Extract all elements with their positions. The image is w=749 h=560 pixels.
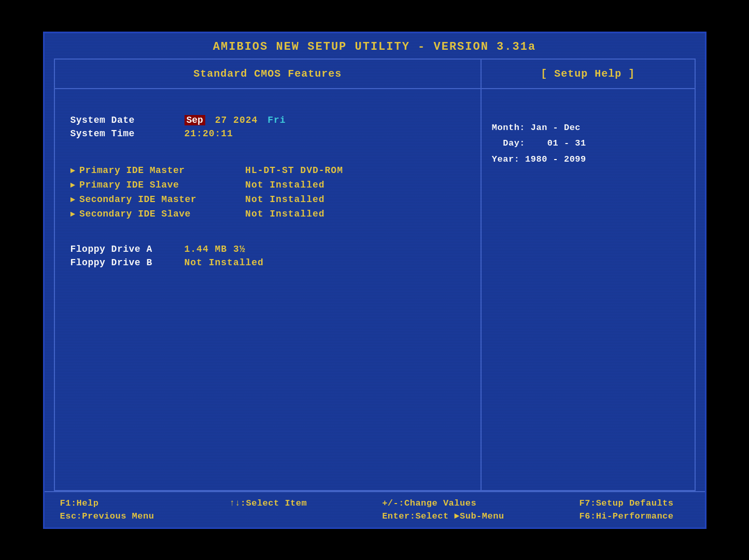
primary-ide-slave-label: Primary IDE Slave	[79, 180, 245, 190]
help-line-3: Year: 1980 - 2099	[492, 152, 684, 168]
system-time-value[interactable]: 21:20:11	[185, 128, 233, 139]
arrow-icon-2: ►	[70, 181, 76, 190]
title-bar: AMIBIOS NEW SETUP UTILITY - VERSION 3.31…	[45, 33, 705, 59]
footer-select-item: ↑↓:Select Item	[229, 498, 307, 508]
primary-ide-master-item[interactable]: ► Primary IDE Master HL-DT-ST DVD-ROM	[70, 165, 465, 176]
left-panel: Standard CMOS Features System Date Sep 2…	[55, 60, 482, 490]
floppy-a-label: Floppy Drive A	[70, 244, 185, 254]
bios-screen: AMIBIOS NEW SETUP UTILITY - VERSION 3.31…	[43, 32, 706, 529]
footer-col-3: +/-:Change Values Enter:Select ►Sub-Menu	[382, 498, 519, 521]
secondary-ide-master-label: Secondary IDE Master	[79, 194, 245, 205]
system-date-row: System Date Sep 27 2024 Fri	[70, 115, 465, 125]
secondary-ide-master-item[interactable]: ► Secondary IDE Master Not Installed	[70, 194, 465, 205]
arrow-icon-3: ►	[70, 195, 76, 205]
footer-f6-hi-perf[interactable]: F6:Hi-Performance	[580, 511, 674, 521]
floppy-b-label: Floppy Drive B	[70, 257, 185, 268]
primary-ide-slave-item[interactable]: ► Primary IDE Slave Not Installed	[70, 180, 465, 190]
secondary-ide-slave-label: Secondary IDE Slave	[79, 209, 245, 219]
footer: F1:Help Esc:Previous Menu ↑↓:Select Item…	[45, 491, 705, 527]
system-date-label: System Date	[70, 115, 185, 125]
footer-f7-defaults[interactable]: F7:Setup Defaults	[580, 498, 674, 508]
footer-col-2: ↑↓:Select Item	[229, 498, 322, 521]
secondary-ide-master-value: Not Installed	[245, 194, 324, 205]
floppy-b-value: Not Installed	[185, 257, 264, 268]
left-panel-content: System Date Sep 27 2024 Fri System Time …	[55, 89, 481, 490]
arrow-icon-4: ►	[70, 210, 76, 219]
secondary-ide-slave-item[interactable]: ► Secondary IDE Slave Not Installed	[70, 209, 465, 219]
secondary-ide-slave-value: Not Installed	[245, 209, 324, 219]
title-text: AMIBIOS NEW SETUP UTILITY - VERSION 3.31…	[213, 40, 536, 53]
help-text-block: Month: Jan - Dec Day: 01 - 31 Year: 1980…	[492, 120, 684, 168]
footer-change-values: +/-:Change Values	[382, 498, 504, 508]
floppy-b-row: Floppy Drive B Not Installed	[70, 257, 465, 268]
footer-enter-select: Enter:Select ►Sub-Menu	[382, 511, 504, 521]
primary-ide-master-label: Primary IDE Master	[79, 165, 245, 176]
help-line-2: Day: 01 - 31	[492, 136, 684, 152]
right-panel-header: [ Setup Help ]	[482, 60, 695, 89]
right-panel-content: Month: Jan - Dec Day: 01 - 31 Year: 1980…	[482, 89, 695, 490]
system-date-month[interactable]: Sep	[185, 115, 205, 125]
system-date-dayname: Fri	[267, 115, 286, 125]
footer-columns: F1:Help Esc:Previous Menu ↑↓:Select Item…	[60, 498, 689, 521]
primary-ide-slave-value: Not Installed	[245, 180, 324, 190]
main-area: Standard CMOS Features System Date Sep 2…	[54, 59, 696, 491]
system-time-row: System Time 21:20:11	[70, 128, 465, 139]
floppy-a-value: 1.44 MB 3½	[185, 244, 246, 254]
footer-col-1: F1:Help Esc:Previous Menu	[60, 498, 170, 521]
right-panel: [ Setup Help ] Month: Jan - Dec Day: 01 …	[482, 60, 695, 490]
arrow-icon-1: ►	[70, 166, 76, 176]
primary-ide-master-value: HL-DT-ST DVD-ROM	[245, 165, 343, 176]
left-panel-header: Standard CMOS Features	[55, 60, 481, 89]
system-time-label: System Time	[70, 128, 185, 139]
system-date-rest[interactable]: 27 2024	[215, 115, 258, 125]
footer-col-4: F7:Setup Defaults F6:Hi-Performance	[580, 498, 689, 521]
footer-esc-menu[interactable]: Esc:Previous Menu	[60, 511, 154, 521]
floppy-a-row: Floppy Drive A 1.44 MB 3½	[70, 244, 465, 254]
footer-f1-help[interactable]: F1:Help	[60, 498, 154, 508]
help-line-1: Month: Jan - Dec	[492, 120, 684, 136]
